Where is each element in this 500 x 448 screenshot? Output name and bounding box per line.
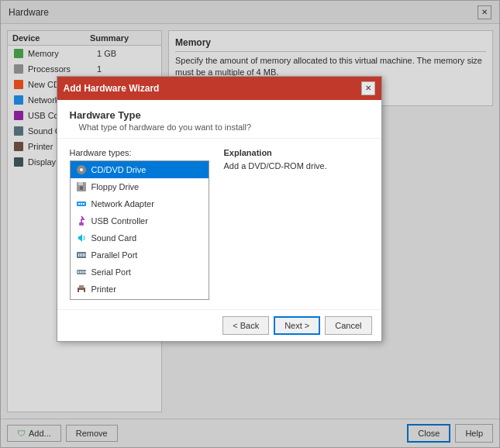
floppy-hw-icon bbox=[75, 181, 88, 193]
modal-overlay: Add Hardware Wizard ✕ Hardware Type What… bbox=[1, 1, 499, 447]
wizard-header-subtitle: What type of hardware do you want to ins… bbox=[70, 122, 369, 132]
parallel-hw-label: Parallel Port bbox=[91, 250, 138, 260]
svg-rect-14 bbox=[84, 253, 85, 257]
explanation-section: Explanation Add a DVD/CD-ROM drive. bbox=[224, 148, 369, 300]
hw-type-printer[interactable]: Printer bbox=[71, 281, 209, 298]
svg-rect-3 bbox=[78, 182, 83, 185]
parallel-hw-icon bbox=[75, 249, 88, 261]
sound-hw-label: Sound Card bbox=[91, 233, 137, 243]
hw-type-network[interactable]: Network Adapter bbox=[71, 195, 209, 212]
serial-hw-label: Serial Port bbox=[91, 267, 131, 277]
hw-type-sound[interactable]: Sound Card bbox=[71, 229, 209, 246]
svg-point-16 bbox=[78, 271, 79, 273]
wizard-dialog: Add Hardware Wizard ✕ Hardware Type What… bbox=[57, 76, 382, 342]
svg-rect-12 bbox=[81, 253, 82, 257]
hw-type-scsi[interactable]: Generic SCSI Device bbox=[71, 298, 209, 300]
wizard-header: Hardware Type What type of hardware do y… bbox=[57, 100, 381, 139]
hw-type-floppy[interactable]: Floppy Drive bbox=[71, 178, 209, 195]
wizard-body: Hardware types: CD/DVD Drive bbox=[57, 139, 381, 309]
cdvd-hw-label: CD/DVD Drive bbox=[91, 165, 147, 174]
svg-point-1 bbox=[80, 168, 83, 171]
hardware-types-label: Hardware types: bbox=[70, 148, 215, 157]
usb-hw-icon bbox=[75, 215, 88, 227]
floppy-hw-label: Floppy Drive bbox=[91, 182, 140, 191]
hw-type-cdvd[interactable]: CD/DVD Drive bbox=[71, 161, 209, 178]
svg-rect-8 bbox=[83, 203, 84, 205]
hw-type-usb[interactable]: USB Controller bbox=[71, 212, 209, 229]
svg-rect-13 bbox=[83, 253, 84, 257]
explanation-label: Explanation bbox=[224, 148, 369, 157]
svg-rect-4 bbox=[80, 186, 83, 190]
svg-rect-7 bbox=[81, 203, 82, 205]
explanation-text: Add a DVD/CD-ROM drive. bbox=[224, 160, 369, 172]
svg-point-19 bbox=[84, 271, 86, 273]
svg-rect-22 bbox=[79, 290, 84, 293]
usb-hw-label: USB Controller bbox=[91, 216, 148, 226]
network-hw-label: Network Adapter bbox=[91, 199, 154, 208]
wizard-back-button[interactable]: < Back bbox=[222, 316, 269, 335]
hardware-types-list: CD/DVD Drive Floppy Drive bbox=[70, 160, 209, 300]
wizard-next-button[interactable]: Next > bbox=[274, 316, 320, 335]
wizard-cancel-button[interactable]: Cancel bbox=[325, 316, 371, 335]
network-hw-icon bbox=[75, 198, 88, 210]
hw-type-serial[interactable]: Serial Port bbox=[71, 264, 209, 281]
printer-hw-label: Printer bbox=[91, 284, 116, 294]
wizard-titlebar: Add Hardware Wizard ✕ bbox=[57, 77, 381, 100]
svg-rect-11 bbox=[80, 253, 81, 257]
svg-rect-21 bbox=[79, 285, 84, 288]
wizard-title: Add Hardware Wizard bbox=[64, 83, 160, 94]
wizard-footer: < Back Next > Cancel bbox=[57, 309, 381, 341]
printer-hw-icon bbox=[75, 283, 88, 295]
cdvd-hw-icon bbox=[75, 164, 88, 176]
hw-type-parallel[interactable]: Parallel Port bbox=[71, 246, 209, 264]
serial-hw-icon bbox=[75, 266, 88, 278]
wizard-header-title: Hardware Type bbox=[70, 109, 369, 121]
main-window: Hardware ✕ Device Summary Memory 1 GB Pr… bbox=[0, 0, 500, 448]
svg-rect-10 bbox=[78, 253, 79, 257]
sound-hw-icon bbox=[75, 232, 88, 244]
hardware-types-section: Hardware types: CD/DVD Drive bbox=[70, 148, 215, 300]
svg-point-17 bbox=[80, 271, 81, 273]
svg-point-18 bbox=[82, 271, 84, 273]
svg-rect-6 bbox=[78, 203, 80, 205]
wizard-close-button[interactable]: ✕ bbox=[361, 81, 375, 95]
